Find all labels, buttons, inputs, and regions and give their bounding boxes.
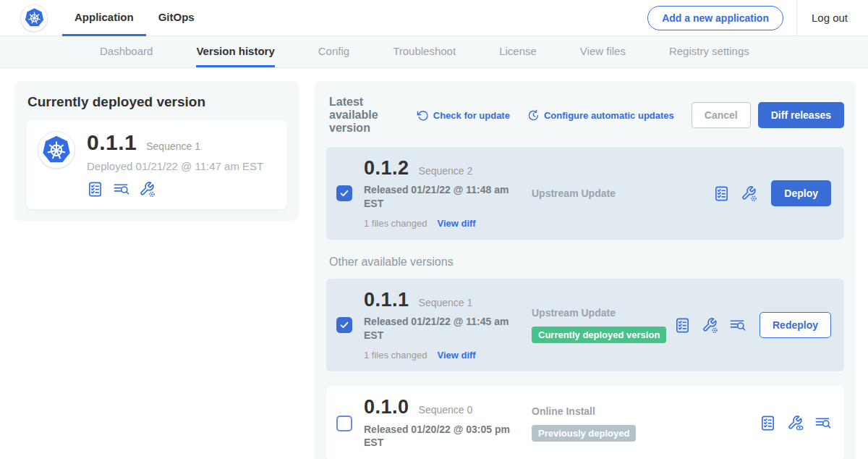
version-row-0-1-1: 0.1.1 Sequence 1 Released 01/21/22 @ 11:…	[326, 279, 844, 371]
tab-application[interactable]: Application	[62, 0, 146, 36]
version-number: 0.1.2	[364, 158, 409, 178]
check-for-update-link[interactable]: Check for update	[417, 109, 510, 122]
source-label: Online Install	[532, 405, 760, 417]
logout-button[interactable]: Log out	[812, 12, 848, 24]
view-diff-link[interactable]: View diff	[437, 218, 475, 229]
previously-deployed-badge: Previously deployed	[532, 425, 636, 442]
app-icon	[38, 131, 75, 169]
edit-config-icon[interactable]	[741, 185, 757, 202]
checkmark-icon	[339, 188, 349, 198]
version-number: 0.1.1	[364, 290, 409, 310]
deployed-version-info: 0.1.1 Sequence 1 Deployed 01/21/22 @ 11:…	[87, 131, 263, 198]
configure-automatic-updates-label: Configure automatic updates	[544, 110, 674, 121]
version-source: Online Install Previously deployed	[514, 405, 760, 442]
subnav-item-dashboard[interactable]: Dashboard	[100, 36, 153, 67]
preflight-checks-icon[interactable]	[713, 185, 730, 202]
released-timestamp: Released 01/20/22 @ 03:05 pm EST	[364, 423, 512, 450]
checkmark-icon	[339, 320, 349, 330]
header-divider	[796, 0, 797, 36]
edit-config-icon[interactable]	[139, 181, 156, 198]
version-checkbox-0-1-0[interactable]	[336, 416, 352, 431]
subnav-item-registry-settings[interactable]: Registry settings	[669, 36, 749, 67]
version-number: 0.1.0	[364, 397, 409, 417]
other-versions-title: Other available versions	[329, 256, 843, 269]
card-gap	[326, 371, 844, 386]
version-checkbox-0-1-1[interactable]	[336, 317, 352, 333]
files-changed-label: 1 files changed	[364, 350, 427, 361]
kubernetes-icon	[42, 135, 71, 164]
subnav-item-view-files[interactable]: View files	[580, 36, 626, 67]
app-subnav: Dashboard Version history Config Trouble…	[0, 36, 868, 68]
header-buttons: Cancel Diff releases	[692, 102, 844, 128]
subnav-item-version-history[interactable]: Version history	[196, 36, 274, 67]
deployed-panel-title: Currently deployed version	[27, 94, 287, 110]
subnav-item-license[interactable]: License	[499, 36, 537, 67]
latest-version-title: Latest available version	[329, 96, 409, 135]
source-label: Upstream Update	[532, 307, 674, 319]
version-actions: Deploy	[713, 180, 834, 206]
version-checkbox-0-1-2[interactable]	[336, 185, 352, 201]
version-history-panel: Latest available version Check for updat…	[315, 81, 856, 459]
version-info: 0.1.2 Sequence 2 Released 01/21/22 @ 11:…	[364, 158, 514, 229]
auto-update-icon	[527, 109, 540, 122]
cancel-button[interactable]: Cancel	[692, 102, 751, 128]
tab-gitops[interactable]: GitOps	[146, 0, 207, 36]
preflight-checks-icon[interactable]	[760, 415, 776, 431]
files-changed-label: 1 files changed	[364, 218, 427, 229]
deployed-sequence-label: Sequence 1	[146, 140, 200, 152]
configure-automatic-updates-link[interactable]: Configure automatic updates	[527, 109, 674, 122]
preflight-checks-icon[interactable]	[674, 317, 691, 334]
view-diff-link[interactable]: View diff	[437, 350, 475, 361]
check-for-update-label: Check for update	[433, 110, 510, 121]
version-source: Upstream Update Currently deployed versi…	[514, 307, 674, 343]
version-row-0-1-2: 0.1.2 Sequence 2 Released 01/21/22 @ 11:…	[326, 147, 844, 240]
released-timestamp: Released 01/21/22 @ 11:48 am EST	[364, 183, 512, 211]
app-header: Application GitOps Add a new application…	[0, 0, 868, 36]
edit-config-icon[interactable]	[702, 317, 718, 334]
view-logs-icon[interactable]	[729, 317, 746, 334]
version-row-0-1-0: 0.1.0 Sequence 0 Released 01/20/22 @ 03:…	[326, 386, 844, 459]
sequence-label: Sequence 0	[419, 404, 473, 416]
version-info: 0.1.0 Sequence 0 Released 01/20/22 @ 03:…	[364, 397, 514, 450]
sequence-label: Sequence 2	[419, 165, 473, 177]
deployed-actions	[87, 181, 263, 198]
deploy-button[interactable]: Deploy	[771, 180, 831, 206]
deployed-version-card: 0.1.1 Sequence 1 Deployed 01/21/22 @ 11:…	[26, 120, 287, 209]
view-logs-icon[interactable]	[814, 415, 831, 431]
refresh-icon	[417, 109, 429, 122]
currently-deployed-panel: Currently deployed version 0.1.1 Sequenc…	[14, 81, 299, 221]
version-info: 0.1.1 Sequence 1 Released 01/21/22 @ 11:…	[364, 290, 514, 361]
view-logs-icon[interactable]	[113, 181, 129, 198]
deployed-version-number: 0.1.1	[87, 131, 137, 154]
add-new-application-button[interactable]: Add a new application	[647, 6, 783, 30]
main-content: Currently deployed version 0.1.1 Sequenc…	[0, 68, 868, 459]
preflight-checks-icon[interactable]	[87, 181, 103, 198]
subnav-item-troubleshoot[interactable]: Troubleshoot	[393, 36, 456, 67]
version-actions	[760, 415, 834, 431]
header-tabs: Application GitOps	[62, 0, 207, 36]
source-label: Upstream Update	[532, 188, 713, 199]
version-actions: Redeploy	[674, 312, 834, 338]
released-timestamp: Released 01/21/22 @ 11:45 am EST	[364, 315, 512, 342]
kubernetes-icon	[25, 8, 44, 28]
config-view-icon[interactable]	[787, 415, 804, 431]
deployed-timestamp: Deployed 01/21/22 @ 11:47 am EST	[87, 160, 263, 172]
subnav-item-config[interactable]: Config	[318, 36, 349, 67]
app-logo[interactable]	[20, 4, 48, 32]
version-source: Upstream Update	[514, 188, 713, 199]
diff-releases-button[interactable]: Diff releases	[758, 102, 844, 128]
currently-deployed-badge: Currently deployed version	[532, 327, 666, 343]
header-right: Add a new application Log out	[647, 0, 848, 36]
sequence-label: Sequence 1	[419, 297, 473, 308]
latest-version-header: Latest available version Check for updat…	[329, 96, 844, 135]
redeploy-button[interactable]: Redeploy	[760, 312, 831, 338]
